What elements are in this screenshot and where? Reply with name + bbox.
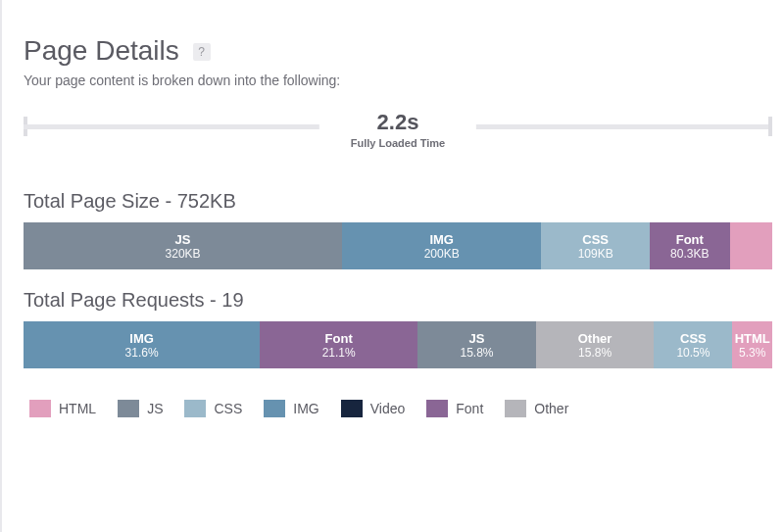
chart-segment-other[interactable]: Other15.8% bbox=[536, 321, 655, 368]
segment-value: 109KB bbox=[578, 247, 613, 261]
legend-item-html[interactable]: HTML bbox=[29, 400, 96, 417]
segment-name: IMG bbox=[129, 331, 154, 346]
chart-segment-html[interactable] bbox=[730, 222, 772, 269]
legend-item-video[interactable]: Video bbox=[341, 400, 406, 417]
segment-value: 200KB bbox=[424, 247, 460, 261]
total-page-size-title: Total Page Size - 752KB bbox=[24, 190, 772, 213]
segment-name: CSS bbox=[680, 331, 707, 346]
timeline-end-tick bbox=[768, 117, 772, 136]
fully-loaded-value: 2.2s bbox=[351, 110, 445, 135]
segment-value: 15.8% bbox=[578, 346, 612, 360]
chart-segment-font[interactable]: Font21.1% bbox=[260, 321, 417, 368]
legend-swatch bbox=[184, 400, 206, 417]
help-icon[interactable]: ? bbox=[193, 43, 211, 61]
segment-name: CSS bbox=[582, 232, 609, 247]
legend-item-other[interactable]: Other bbox=[505, 400, 568, 417]
load-timeline: 2.2s Fully Loaded Time bbox=[24, 114, 772, 170]
segment-value: 80.3KB bbox=[670, 247, 709, 261]
segment-name: HTML bbox=[735, 331, 770, 346]
segment-name: Other bbox=[578, 331, 612, 346]
page-details-panel: Page Details ? Your page content is brok… bbox=[0, 0, 784, 532]
segment-name: IMG bbox=[429, 232, 454, 247]
legend-swatch bbox=[29, 400, 51, 417]
page-title-text: Page Details bbox=[24, 35, 179, 66]
segment-value: 10.5% bbox=[676, 346, 710, 360]
legend-label: Font bbox=[456, 401, 483, 416]
chart-segment-js[interactable]: JS15.8% bbox=[417, 321, 536, 368]
segment-name: Font bbox=[676, 232, 704, 247]
chart-segment-html[interactable]: HTML5.3% bbox=[732, 321, 771, 368]
legend-item-css[interactable]: CSS bbox=[184, 400, 242, 417]
chart-legend: HTMLJSCSSIMGVideoFontOther bbox=[24, 400, 772, 417]
total-page-requests-title: Total Page Requests - 19 bbox=[24, 289, 772, 312]
fully-loaded-label: Fully Loaded Time bbox=[351, 137, 445, 149]
segment-value: 31.6% bbox=[125, 346, 159, 360]
segment-name: Font bbox=[325, 331, 353, 346]
segment-value: 320KB bbox=[166, 247, 201, 261]
chart-segment-img[interactable]: IMG200KB bbox=[342, 222, 541, 269]
legend-label: HTML bbox=[59, 401, 96, 416]
legend-swatch bbox=[341, 400, 363, 417]
segment-name: JS bbox=[175, 232, 191, 247]
page-requests-chart: IMG31.6%Font21.1%JS15.8%Other15.8%CSS10.… bbox=[24, 321, 772, 368]
legend-swatch bbox=[505, 400, 526, 417]
legend-label: IMG bbox=[293, 401, 318, 416]
legend-label: Other bbox=[534, 401, 568, 416]
page-title: Page Details ? bbox=[24, 35, 772, 67]
chart-segment-js[interactable]: JS320KB bbox=[24, 222, 342, 269]
segment-value: 21.1% bbox=[322, 346, 356, 360]
legend-label: CSS bbox=[214, 401, 242, 416]
chart-segment-font[interactable]: Font80.3KB bbox=[650, 222, 730, 269]
chart-segment-css[interactable]: CSS109KB bbox=[541, 222, 650, 269]
legend-item-img[interactable]: IMG bbox=[264, 400, 318, 417]
legend-swatch bbox=[426, 400, 448, 417]
legend-label: JS bbox=[147, 401, 163, 416]
segment-name: JS bbox=[469, 331, 485, 346]
chart-segment-img[interactable]: IMG31.6% bbox=[24, 321, 260, 368]
page-subtitle: Your page content is broken down into th… bbox=[24, 73, 772, 88]
legend-swatch bbox=[118, 400, 139, 417]
chart-segment-css[interactable]: CSS10.5% bbox=[654, 321, 732, 368]
legend-label: Video bbox=[370, 401, 406, 416]
legend-swatch bbox=[264, 400, 285, 417]
segment-value: 15.8% bbox=[460, 346, 493, 360]
page-size-chart: JS320KBIMG200KBCSS109KBFont80.3KB bbox=[24, 222, 772, 269]
legend-item-font[interactable]: Font bbox=[426, 400, 483, 417]
fully-loaded-time: 2.2s Fully Loaded Time bbox=[319, 110, 476, 149]
segment-value: 5.3% bbox=[739, 346, 765, 360]
legend-item-js[interactable]: JS bbox=[118, 400, 163, 417]
